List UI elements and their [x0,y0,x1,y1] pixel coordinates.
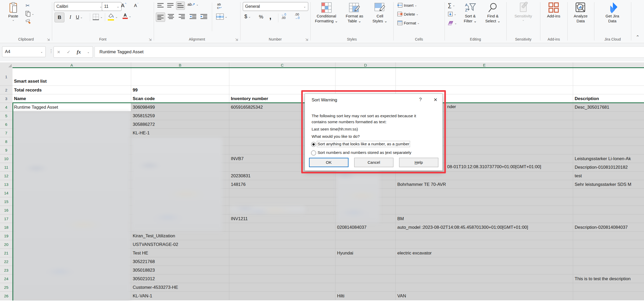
cell-F11[interactable]: Description-010810120182 [573,163,644,172]
comma-style-button[interactable]: , [269,12,271,21]
row-header-15[interactable]: 15 [0,197,12,206]
name-box[interactable]: A4 ⌄ [2,46,46,57]
cancel-formula-icon[interactable]: ✕ [57,50,60,55]
row-header-12[interactable]: 12 [0,172,12,180]
cell-E13[interactable]: Bohrhammer TE 70-AVR [396,180,573,189]
align-right-button[interactable] [179,14,185,19]
cell-F25[interactable] [573,283,644,292]
row-header-8[interactable]: 8 [0,137,12,146]
cell-C19[interactable] [229,232,336,240]
cell-B24[interactable]: 305021012 [131,274,229,283]
row-header-19[interactable]: 19 [0,232,12,240]
cell-D21[interactable]: Hyundai [336,249,396,257]
cell-F18[interactable]: Description-020814084037 [573,223,644,232]
cell-B5[interactable]: 305815259 [131,112,229,120]
font-color-button[interactable]: A ⌄ [123,13,131,19]
format-painter-button[interactable] [25,19,31,24]
cell-B3[interactable]: Scan code [131,94,229,103]
cell-F16[interactable] [573,206,644,214]
cell-D24[interactable] [336,274,396,283]
row-header-9[interactable]: 9 [0,146,12,154]
insert-cells-button[interactable]: Insert⌄ [397,3,417,8]
cell-E23[interactable] [396,266,573,274]
cell-B2[interactable]: 99 [131,86,229,94]
cell-E20[interactable] [396,240,573,249]
cell-F22[interactable] [573,257,644,266]
row-header-5[interactable]: 5 [0,112,12,120]
cell-C20[interactable] [229,240,336,249]
cell-A2[interactable]: Total records [12,86,131,94]
cell-E15[interactable] [396,197,573,206]
cell-D2[interactable] [336,86,396,94]
cell-F20[interactable] [573,240,644,249]
cell-D23[interactable] [336,266,396,274]
number-format-select[interactable]: General⌄ [243,2,308,11]
row-header-11[interactable]: 11 [0,163,12,172]
fill-color-button[interactable]: ⌄ [108,13,118,21]
cell-C23[interactable] [229,266,336,274]
cell-F10[interactable]: Leistungsstarker Li-Ionen-Ak [573,154,644,163]
cell-C25[interactable] [229,283,336,292]
cell-A3[interactable]: Name [12,94,131,103]
percent-style-button[interactable]: % [259,14,263,20]
cell-D1[interactable] [336,68,396,86]
cell-F8[interactable] [573,137,644,146]
formula-input[interactable]: Runtime Tagged Asset [95,46,644,58]
cell-E24[interactable] [396,274,573,283]
row-header-14[interactable]: 14 [0,189,12,197]
ok-button[interactable]: OK [309,158,348,167]
cell-F21[interactable] [573,249,644,257]
grow-font-button[interactable]: A^ [121,3,126,9]
cell-B19[interactable]: Kiran_Test_Utilization [131,232,229,240]
orientation-button[interactable]: ab↗ ⌄ [187,2,198,7]
conditional-formatting-button[interactable]: Conditional Formatting ⌄ [313,1,340,23]
cell-E1[interactable] [396,68,573,86]
insert-function-icon[interactable]: fx [77,49,81,55]
cell-E2[interactable] [396,86,573,94]
decrease-indent-button[interactable] [190,14,196,19]
row-header-18[interactable]: 18 [0,223,12,232]
cell-F5[interactable] [573,112,644,120]
delete-cells-button[interactable]: Delete⌄ [397,11,419,17]
cell-B7[interactable]: KL-HE-1 [131,129,229,137]
top-align-button[interactable] [157,3,164,8]
row-header-16[interactable]: 16 [0,206,12,214]
cell-C15[interactable] [229,197,336,206]
row-header-22[interactable]: 22 [0,257,12,266]
cell-F6[interactable] [573,120,644,129]
get-jira-data-button[interactable]: Get Jira Data [599,1,625,23]
font-name-select[interactable]: Calibri⌄ [54,2,104,11]
cell-E19[interactable] [396,232,573,240]
row-header-6[interactable]: 6 [0,120,12,129]
cell-C12[interactable]: 20230831 [229,172,336,180]
row-header-2[interactable]: 2 [0,86,12,94]
collapse-ribbon-button[interactable]: ⌃ [636,34,640,40]
clipboard-dialog-launcher[interactable]: ⇲ [47,38,50,42]
cell-styles-button[interactable]: Cell Styles ⌄ [369,1,391,23]
radio-sort-separately-label[interactable]: Sort numbers and numbers stored as text … [318,150,411,155]
cell-E25[interactable] [396,283,573,292]
cell-C24[interactable] [229,274,336,283]
bold-button[interactable]: B [55,12,64,22]
cell-F4[interactable]: Desc_305017681 [573,103,644,112]
cell-E17[interactable]: BM [396,214,573,223]
cell-F12[interactable]: test [573,172,644,180]
cell-A1[interactable]: Smart asset list [12,68,131,86]
number-dialog-launcher[interactable]: ⇲ [305,38,308,42]
font-dialog-launcher[interactable]: ⇲ [149,38,152,42]
cell-D19[interactable] [336,232,396,240]
cell-C14[interactable] [229,189,336,197]
row-header-23[interactable]: 23 [0,266,12,274]
row-header-26[interactable]: 26 [0,292,12,300]
cell-E22[interactable] [396,257,573,266]
italic-button[interactable]: I [67,12,74,22]
copy-button[interactable]: ⌄ [25,11,34,17]
cell-F3[interactable]: Description [573,94,644,103]
format-as-table-button[interactable]: Format as Table ⌄ [342,1,367,23]
radio-sort-as-number-label[interactable]: Sort anything that looks like a number, … [318,142,409,146]
align-left-button[interactable] [156,12,165,22]
cell-B20[interactable]: USTVANSTORAGE-02 [131,240,229,249]
find-select-button[interactable]: Find & Select ⌄ [481,1,504,23]
cell-E14[interactable] [396,189,573,197]
cell-D20[interactable] [336,240,396,249]
